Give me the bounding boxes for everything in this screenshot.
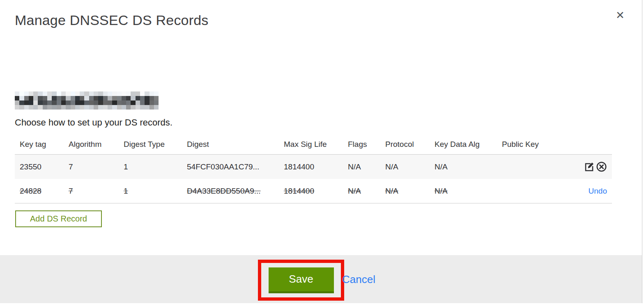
redacted-domain-name xyxy=(15,91,159,110)
cell-key-tag: 24828 xyxy=(20,187,69,196)
row-actions xyxy=(559,161,612,172)
row-actions: Undo xyxy=(559,187,612,196)
page-title: Manage DNSSEC DS Records xyxy=(15,12,209,28)
cell-key-data-alg: N/A xyxy=(435,187,502,196)
cell-algorithm: 7 xyxy=(69,187,124,196)
cell-max-sig-life: 1814400 xyxy=(284,162,348,171)
save-button[interactable]: Save xyxy=(269,267,334,293)
cell-algorithm: 7 xyxy=(69,162,124,171)
cell-key-data-alg: N/A xyxy=(435,162,502,171)
table-row: 23550 7 1 54FCF030AA1C79... 1814400 N/A … xyxy=(15,154,612,179)
cell-digest-type: 1 xyxy=(124,162,187,171)
red-highlight-annotation: Save xyxy=(258,260,344,301)
cell-protocol: N/A xyxy=(385,187,435,196)
pencil-square-icon xyxy=(584,161,595,172)
table-row-deleted: 24828 7 1 D4A33E8DD550A9... 1814400 N/A … xyxy=(15,179,612,203)
col-header-key-data-alg: Key Data Alg xyxy=(435,140,502,149)
col-header-digest-type: Digest Type xyxy=(124,140,187,149)
col-header-public-key: Public Key xyxy=(502,140,559,149)
cell-flags: N/A xyxy=(348,187,385,196)
table-header-row: Key tag Algorithm Digest Type Digest Max… xyxy=(15,135,612,154)
edit-record-icon[interactable] xyxy=(584,161,595,172)
cell-protocol: N/A xyxy=(385,162,435,171)
cell-digest-type: 1 xyxy=(124,187,187,196)
col-header-digest: Digest xyxy=(187,140,284,149)
undo-link[interactable]: Undo xyxy=(589,187,607,196)
close-icon[interactable]: ✕ xyxy=(613,8,627,22)
cell-digest: 54FCF030AA1C79... xyxy=(187,162,284,171)
cell-key-tag: 23550 xyxy=(20,162,69,171)
instruction-text: Choose how to set up your DS records. xyxy=(15,117,172,128)
col-header-algorithm: Algorithm xyxy=(69,140,124,149)
cancel-link[interactable]: Cancel xyxy=(342,273,375,286)
delete-record-icon[interactable] xyxy=(596,161,607,172)
manage-dnssec-modal: Manage DNSSEC DS Records ✕ Choose how to… xyxy=(0,0,642,303)
col-header-protocol: Protocol xyxy=(385,140,435,149)
cell-flags: N/A xyxy=(348,162,385,171)
add-ds-record-button[interactable]: Add DS Record xyxy=(15,210,102,227)
modal-footer: Save Cancel xyxy=(0,255,642,303)
x-circle-icon xyxy=(596,161,607,172)
cell-digest: D4A33E8DD550A9... xyxy=(187,187,284,196)
col-header-flags: Flags xyxy=(348,140,385,149)
cell-max-sig-life: 1814400 xyxy=(284,187,348,196)
col-header-max-sig-life: Max Sig Life xyxy=(284,140,348,149)
ds-records-table: Key tag Algorithm Digest Type Digest Max… xyxy=(15,135,612,203)
col-header-key-tag: Key tag xyxy=(20,140,69,149)
